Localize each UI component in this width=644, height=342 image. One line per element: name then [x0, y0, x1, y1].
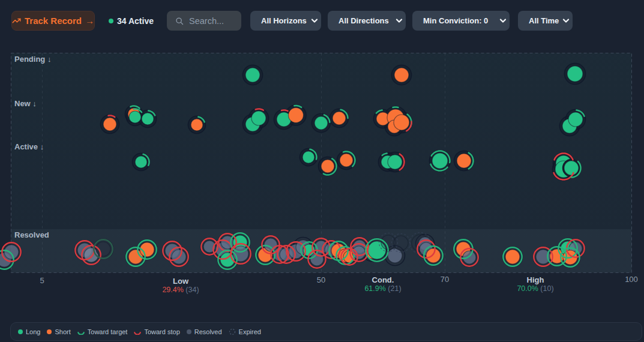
svg-text:50: 50	[317, 275, 325, 284]
svg-text:High: High	[527, 275, 544, 284]
svg-text:Resolved: Resolved	[14, 230, 49, 239]
svg-text:Cond.: Cond.	[372, 275, 394, 284]
svg-text:100: 100	[625, 275, 638, 284]
svg-text:Pending ↓: Pending ↓	[14, 55, 51, 64]
svg-text:61.9% (21): 61.9% (21)	[364, 284, 401, 293]
svg-text:70.0% (10): 70.0% (10)	[517, 284, 553, 293]
svg-text:Active ↓: Active ↓	[14, 142, 44, 151]
svg-text:70: 70	[441, 275, 449, 284]
svg-text:Low: Low	[173, 277, 189, 286]
svg-text:New ↓: New ↓	[14, 99, 37, 108]
svg-text:29.4% (34): 29.4% (34)	[162, 286, 199, 294]
svg-text:5: 5	[40, 276, 44, 285]
